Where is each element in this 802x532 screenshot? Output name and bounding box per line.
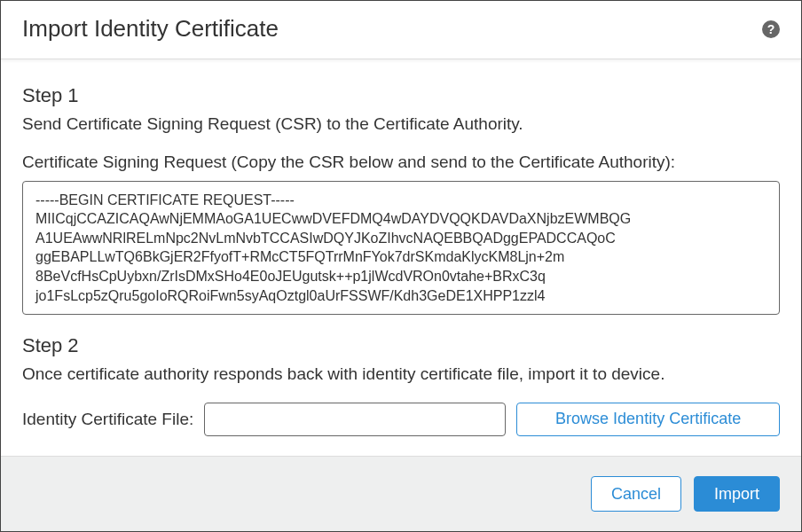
identity-file-label: Identity Certificate File: bbox=[22, 410, 193, 429]
import-button[interactable]: Import bbox=[694, 476, 780, 512]
dialog-footer: Cancel Import bbox=[1, 456, 801, 531]
cancel-button[interactable]: Cancel bbox=[591, 476, 681, 512]
step1-heading: Step 1 bbox=[22, 84, 780, 107]
csr-textarea[interactable]: -----BEGIN CERTIFICATE REQUEST----- MIIC… bbox=[22, 181, 780, 316]
identity-file-input[interactable] bbox=[204, 403, 506, 436]
browse-identity-certificate-button[interactable]: Browse Identity Certificate bbox=[516, 403, 780, 436]
import-identity-certificate-dialog: Import Identity Certificate ? Step 1 Sen… bbox=[0, 0, 802, 532]
step1-description: Send Certificate Signing Request (CSR) t… bbox=[22, 113, 780, 137]
step2-description: Once certificate authority responds back… bbox=[22, 363, 780, 387]
dialog-header: Import Identity Certificate ? bbox=[1, 1, 801, 59]
help-icon[interactable]: ? bbox=[762, 20, 780, 38]
dialog-body: Step 1 Send Certificate Signing Request … bbox=[1, 59, 801, 456]
step2-heading: Step 2 bbox=[22, 334, 780, 357]
dialog-title: Import Identity Certificate bbox=[22, 15, 279, 43]
identity-file-row: Identity Certificate File: Browse Identi… bbox=[22, 403, 780, 436]
csr-label: Certificate Signing Request (Copy the CS… bbox=[22, 153, 780, 172]
